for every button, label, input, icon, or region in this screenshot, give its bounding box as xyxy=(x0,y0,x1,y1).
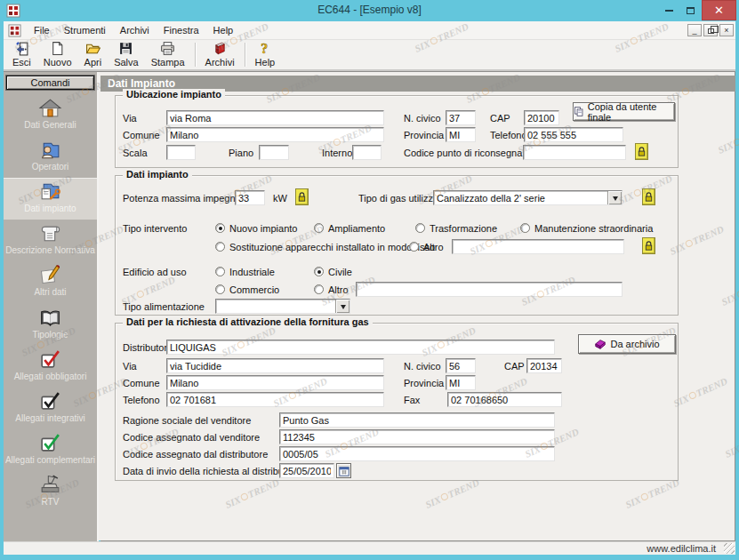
copia-da-utente-finale-button[interactable]: Copia da utente finale xyxy=(573,102,675,121)
toolbar-nuovo-button[interactable]: Nuovo xyxy=(37,40,78,69)
open-book-icon xyxy=(38,306,62,330)
potenza-input[interactable] xyxy=(235,190,265,205)
mdi-window-controls: _ × xyxy=(687,24,734,36)
toolbar-separator xyxy=(195,43,196,67)
radio-commercio[interactable] xyxy=(215,284,225,294)
via2-input[interactable] xyxy=(166,358,384,373)
comune2-label: Comune xyxy=(123,378,160,388)
ncivico2-input[interactable] xyxy=(446,358,476,373)
sidebar-item-rtv[interactable]: RTV xyxy=(4,471,97,513)
telefono2-label: Telefono xyxy=(123,395,160,405)
radio-trasformazione[interactable] xyxy=(415,223,425,233)
lock-button[interactable] xyxy=(635,143,648,160)
toolbar: Esci Nuovo Apri Salva Stampa Archivi ? H… xyxy=(4,40,735,71)
toolbar-archivi-button[interactable]: Archivi xyxy=(199,40,241,69)
chevron-down-icon xyxy=(613,196,618,204)
sidebar-item-operatori[interactable]: Operatori xyxy=(4,136,97,178)
data-invio-input[interactable] xyxy=(279,463,334,478)
sidebar-item-allegati-integrativi[interactable]: Allegati integrativi xyxy=(4,388,97,429)
radio-intervento-altro[interactable] xyxy=(409,242,419,252)
cap-input[interactable] xyxy=(524,110,559,125)
comandi-button[interactable]: Comandi xyxy=(6,76,94,90)
calendar-button[interactable] xyxy=(336,463,351,478)
radio-manutenzione[interactable] xyxy=(520,223,530,233)
distributore-input[interactable] xyxy=(166,340,555,355)
comune2-input[interactable] xyxy=(166,375,384,390)
sidebar-item-allegati-obbligatori[interactable]: Allegati obbligatori xyxy=(4,346,97,388)
toolbar-archivi-label: Archivi xyxy=(205,57,235,68)
fax-input[interactable] xyxy=(447,392,562,407)
menu-strumenti[interactable]: Strumenti xyxy=(57,22,113,38)
radio-ampliamento[interactable] xyxy=(314,223,324,233)
radio-civile[interactable] xyxy=(314,267,324,276)
lock-button[interactable] xyxy=(295,188,309,205)
resize-grip[interactable] xyxy=(724,543,735,554)
radio-sostituzione[interactable] xyxy=(215,242,225,252)
sidebar-item-dati-generali[interactable]: Dati Generali xyxy=(4,94,97,136)
menu-file[interactable]: File xyxy=(27,22,57,38)
sidebar-item-label: Tipologie xyxy=(4,330,97,340)
minimize-icon xyxy=(665,10,673,12)
edilclima-link[interactable]: www.edilclima.it xyxy=(647,543,716,554)
sidebar-item-dati-impianto[interactable]: Dati impianto xyxy=(4,178,97,220)
piano-input[interactable] xyxy=(259,145,289,160)
printer-icon xyxy=(160,41,175,56)
toolbar-help-button[interactable]: ? Help xyxy=(249,40,282,69)
new-document-icon xyxy=(50,41,65,56)
dropdown-button[interactable] xyxy=(607,191,622,204)
provincia2-input[interactable] xyxy=(446,375,476,390)
scala-input[interactable] xyxy=(166,145,196,160)
menu-help[interactable]: Help xyxy=(206,22,241,38)
mdi-minimize-button[interactable]: _ xyxy=(687,24,702,36)
cod-venditore-label: Codice assegnato dal venditore xyxy=(123,432,260,443)
toolbar-esci-label: Esci xyxy=(12,57,31,68)
sidebar-item-allegati-complementari[interactable]: Allegati complementari xyxy=(4,429,97,471)
gas-dropdown-value: Canalizzato della 2' serie xyxy=(437,193,606,204)
group-title: Ubicazione impianto xyxy=(123,89,225,100)
maximize-button[interactable] xyxy=(679,0,701,20)
telefono-input[interactable] xyxy=(524,127,623,142)
menu-archivi[interactable]: Archivi xyxy=(113,22,157,38)
sidebar-item-tipologie[interactable]: Tipologie xyxy=(4,304,97,346)
intervento-altro-input[interactable] xyxy=(452,239,624,254)
gas-dropdown[interactable]: Canalizzato della 2' serie xyxy=(433,190,623,205)
cod-venditore-input[interactable] xyxy=(279,429,555,444)
ncivico-input[interactable] xyxy=(446,110,476,125)
radio-industriale[interactable] xyxy=(215,267,225,276)
potenza-unit-label: kW xyxy=(273,193,287,204)
cap2-input[interactable] xyxy=(526,358,562,373)
edificio-altro-input[interactable] xyxy=(356,282,623,297)
data-invio-label: Data di invio della richiesta al distrib… xyxy=(123,466,301,476)
group-fornitura-gas: Dati per la richiesta di attivazione del… xyxy=(115,323,679,481)
provincia-input[interactable] xyxy=(446,127,476,142)
telefono2-input[interactable] xyxy=(166,392,384,407)
interno-input[interactable] xyxy=(352,145,382,160)
toolbar-stampa-button[interactable]: Stampa xyxy=(145,40,191,69)
radio-edificio-altro[interactable] xyxy=(314,284,324,294)
minimize-button[interactable] xyxy=(658,0,679,20)
mdi-restore-icon xyxy=(708,28,714,34)
checkbox-black-check-icon xyxy=(38,389,62,413)
toolbar-salva-button[interactable]: Salva xyxy=(108,40,145,69)
sidebar-item-altri-dati[interactable]: Altri dati xyxy=(4,261,97,303)
close-button[interactable]: ✕ xyxy=(702,0,736,20)
sidebar-item-descrizione-normativa[interactable]: Descrizione Normativa xyxy=(4,220,97,261)
toolbar-esci-button[interactable]: Esci xyxy=(6,40,37,69)
mdi-close-button[interactable]: × xyxy=(719,24,734,36)
via-input[interactable] xyxy=(166,110,384,125)
comune-input[interactable] xyxy=(166,127,384,142)
lock-button[interactable] xyxy=(642,188,655,205)
codice-riconsegna-input[interactable] xyxy=(523,145,626,160)
da-archivio-button[interactable]: Da archivio xyxy=(578,334,676,354)
mdi-restore-button[interactable] xyxy=(703,24,718,36)
cod-distributore-input[interactable] xyxy=(279,446,555,461)
edificio-label: Edificio ad uso xyxy=(123,267,187,277)
menu-finestra[interactable]: Finestra xyxy=(157,22,206,38)
tipo-alimentazione-dropdown[interactable] xyxy=(215,299,350,314)
dropdown-button[interactable] xyxy=(335,300,349,313)
toolbar-apri-button[interactable]: Apri xyxy=(78,40,108,69)
exit-door-icon xyxy=(14,41,29,56)
ragione-input[interactable] xyxy=(279,412,555,428)
radio-nuovo-impianto[interactable] xyxy=(215,223,225,233)
lock-button[interactable] xyxy=(642,237,655,254)
